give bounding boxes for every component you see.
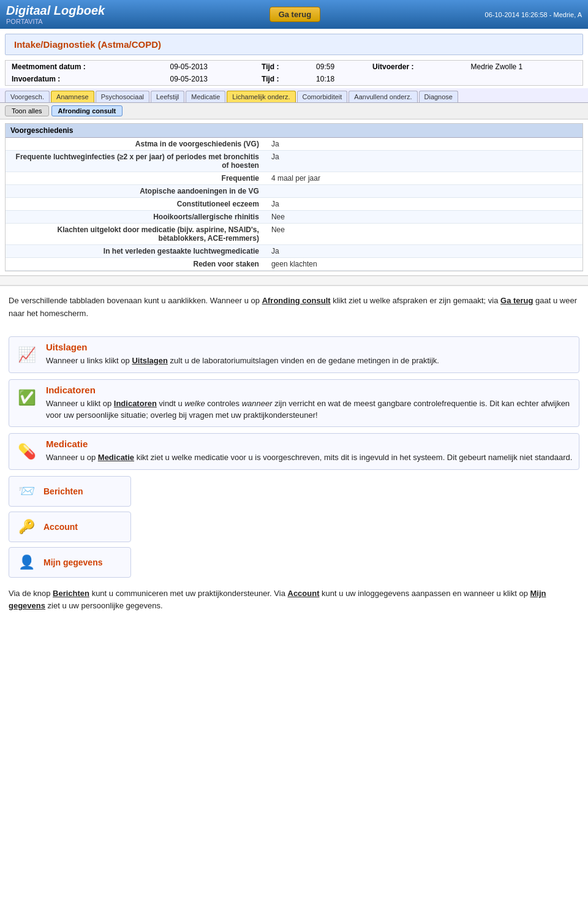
tab-row: Voorgesch.AnamnesePsychosociaalLeefstijl…	[0, 88, 588, 103]
page-title: Intake/Diagnostiek (Astma/COPD)	[14, 39, 574, 50]
tijd2-label: Tijd :	[255, 73, 310, 85]
row-label-5: Hooikoorts/allergische rhinitis	[6, 211, 265, 224]
feature-desc-indicatoren: Wanneer u klikt op Indicatoren vindt u w…	[46, 398, 574, 421]
icon-block-mijn_gegevens[interactable]: 👤Mijn gegevens	[9, 547, 131, 578]
feature-desc-medicatie: Wanneer u op Medicatie kikt ziet u welke…	[46, 452, 572, 464]
back-button-area: Ga terug	[105, 7, 484, 22]
table-row: Frequentie4 maal per jaar	[6, 172, 582, 185]
table-row: Astma in de voorgeschiedenis (VG)Ja	[6, 138, 582, 151]
header-user-info: 06-10-2014 16:26:58 - Medrie, A	[485, 11, 582, 18]
bottom-link1: Berichten	[53, 589, 89, 598]
icon-block-account[interactable]: 🔑Account	[9, 512, 131, 542]
uitvoerder-label: Uitvoerder :	[366, 61, 465, 73]
row-label-3: Atopische aandoeningen in de VG	[6, 185, 265, 198]
tijd2-value: 10:18	[310, 73, 366, 85]
medicatie-icon: 💊	[14, 439, 40, 464]
bottom-link2: Account	[288, 589, 320, 598]
bottom-text2: kunt u communiceren met uw praktijkonder…	[89, 589, 287, 598]
app-title: Digitaal Logboek	[6, 4, 105, 18]
bottom-text-area: Via de knop Berichten kunt u communicere…	[0, 583, 588, 622]
icon-blocks-area: 📨Berichten🔑Account👤Mijn gegevens	[0, 476, 588, 578]
row-value-4: Ja	[265, 198, 582, 211]
table-row: Klachten uitgelokt door medicatie (bijv.…	[6, 224, 582, 245]
bottom-paragraph: Via de knop Berichten kunt u communicere…	[9, 588, 579, 613]
instruction-link1: Afronding consult	[262, 296, 331, 305]
row-value-3	[265, 185, 582, 198]
table-row: Constitutioneel eczeemJa	[6, 198, 582, 211]
uitvoerder-value: Medrie Zwolle 1	[465, 61, 582, 73]
row-label-1: Frequente luchtweginfecties (≥2 x per ja…	[6, 151, 265, 172]
row-label-0: Astma in de voorgeschiedenis (VG)	[6, 138, 265, 151]
bottom-text4: ziet u uw persoonlijke gegevens.	[45, 601, 163, 610]
feature-text-medicatie: MedicatieWanneer u op Medicatie kikt zie…	[46, 439, 572, 464]
section-divider	[0, 275, 588, 286]
account-icon: 🔑	[15, 516, 37, 538]
tijd1-label: Tijd :	[255, 61, 310, 73]
account-label: Account	[43, 522, 78, 532]
feature-desc-indicatoren: Wanneer u klikt op Indicatoren vindt u w…	[46, 398, 574, 421]
tab-anamnese[interactable]: Anamnese	[51, 91, 94, 102]
data-table: Astma in de voorgeschiedenis (VG)JaFrequ…	[6, 138, 582, 271]
row-value-1: Ja	[265, 151, 582, 172]
ga-terug-button[interactable]: Ga terug	[270, 7, 320, 22]
meetmoment-label: Meetmoment datum :	[6, 61, 164, 73]
tab-lichamelijk-onderz.[interactable]: Lichamelijk onderz.	[227, 91, 295, 102]
feature-desc-uitslagen: Wanneer u links klikt op Uitslagen zult …	[46, 355, 439, 367]
section-box: Voorgeschiedenis Astma in de voorgeschie…	[5, 123, 583, 271]
row-label-7: In het verleden gestaakte luchtwegmedica…	[6, 245, 265, 258]
uitslagen-icon: 📈	[14, 342, 40, 368]
row-label-2: Frequentie	[6, 172, 265, 185]
section-header: Voorgeschiedenis	[6, 124, 582, 138]
action-row: Toon allesAfronding consult	[0, 103, 588, 119]
feature-text-indicatoren: IndicatorenWanneer u klikt op Indicatore…	[46, 385, 574, 421]
row-value-2: 4 maal per jaar	[265, 172, 582, 185]
feature-title-medicatie: Medicatie	[46, 439, 572, 449]
feature-block-uitslagen: 📈UitslagenWanneer u links klikt op Uitsl…	[9, 336, 579, 373]
invoerdatum-value: 09-05-2013	[164, 73, 256, 85]
row-label-4: Constitutioneel eczeem	[6, 198, 265, 211]
meetmoment-value: 09-05-2013	[164, 61, 256, 73]
table-row: In het verleden gestaakte luchtwegmedica…	[6, 245, 582, 258]
tab-leefstijl[interactable]: Leefstijl	[151, 91, 184, 102]
bottom-text3: kunt u uw inloggegevens aanpassen en wan…	[320, 589, 530, 598]
feature-block-medicatie: 💊MedicatieWanneer u op Medicatie kikt zi…	[9, 433, 579, 470]
instruction-text1: De verschillende tabbladen bovenaan kunt…	[9, 296, 262, 305]
invoerdatum-label: Invoerdatum :	[6, 73, 164, 85]
row-value-0: Ja	[265, 138, 582, 151]
info-table: Meetmoment datum : 09-05-2013 Tijd : 09:…	[6, 61, 582, 85]
page-title-bar: Intake/Diagnostiek (Astma/COPD)	[5, 34, 583, 55]
action-btn-afronding-consult[interactable]: Afronding consult	[51, 105, 123, 116]
tab-diagnose[interactable]: Diagnose	[419, 91, 458, 102]
row-value-5: Nee	[265, 211, 582, 224]
bottom-text-pre: Via de knop	[9, 589, 53, 598]
tijd1-value: 09:59	[310, 61, 366, 73]
instruction-text2: klikt ziet u welke afspraken er zijn gem…	[331, 296, 500, 305]
instruction-paragraph: De verschillende tabbladen bovenaan kunt…	[9, 295, 579, 320]
tab-medicatie[interactable]: Medicatie	[186, 91, 225, 102]
app-subtitle: PORTAVITA	[6, 18, 105, 25]
features-area: 📈UitslagenWanneer u links klikt op Uitsl…	[0, 336, 588, 470]
feature-desc-uitslagen: Wanneer u links klikt op Uitslagen zult …	[46, 355, 439, 367]
tab-psychosociaal[interactable]: Psychosociaal	[96, 91, 149, 102]
tab-aanvullend-onderz.[interactable]: Aanvullend onderz.	[349, 91, 417, 102]
berichten-label: Berichten	[43, 486, 83, 496]
row-value-8: geen klachten	[265, 258, 582, 271]
app-header: Digitaal Logboek PORTAVITA Ga terug 06-1…	[0, 0, 588, 29]
info-table-wrapper: Meetmoment datum : 09-05-2013 Tijd : 09:…	[5, 60, 583, 86]
instruction-link2: Ga terug	[500, 296, 533, 305]
icon-block-berichten[interactable]: 📨Berichten	[9, 476, 131, 507]
action-btn-toon-alles[interactable]: Toon alles	[5, 105, 49, 116]
row-value-6: Nee	[265, 224, 582, 245]
app-title-area: Digitaal Logboek PORTAVITA	[6, 4, 105, 25]
row-label-6: Klachten uitgelokt door medicatie (bijv.…	[6, 224, 265, 245]
header-datetime: 06-10-2014 16:26:58	[485, 11, 548, 18]
tab-voorgesch.[interactable]: Voorgesch.	[5, 91, 50, 102]
indicatoren-icon: ✅	[14, 385, 40, 410]
feature-title-uitslagen: Uitslagen	[46, 342, 439, 352]
row-label-8: Reden voor staken	[6, 258, 265, 271]
table-row: Hooikoorts/allergische rhinitisNee	[6, 211, 582, 224]
berichten-icon: 📨	[15, 480, 37, 502]
tab-comorbiditeit[interactable]: Comorbiditeit	[297, 91, 348, 102]
mijn_gegevens-icon: 👤	[15, 551, 37, 573]
header-user: Medrie, A	[554, 11, 582, 18]
